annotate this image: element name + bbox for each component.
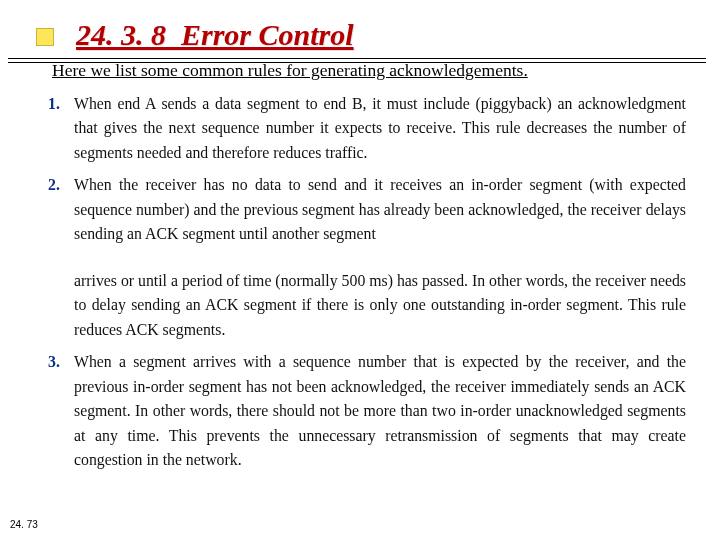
- paragraph-gap: [48, 255, 686, 269]
- item-number: 2.: [48, 173, 74, 246]
- item-body: When end A sends a data segment to end B…: [74, 92, 686, 165]
- item-body: When the receiver has no data to send an…: [74, 173, 686, 246]
- item-number: 1.: [48, 92, 74, 165]
- title-area: 24. 3. 8 Error Control: [0, 12, 720, 62]
- item-number-blank: [48, 269, 74, 342]
- title-label: Error Control: [181, 18, 354, 51]
- page-number: 24. 73: [10, 519, 38, 530]
- slide-title: 24. 3. 8 Error Control: [76, 18, 354, 52]
- list-item: 1. When end A sends a data segment to en…: [48, 92, 686, 165]
- section-number: 24. 3. 8: [76, 18, 166, 51]
- item-number: 3.: [48, 350, 74, 472]
- title-rule-top: [8, 58, 706, 59]
- intro-text: Here we list some common rules for gener…: [52, 60, 668, 81]
- list-item-continuation: arrives or until a period of time (norma…: [48, 269, 686, 342]
- slide: 24. 3. 8 Error Control Here we list some…: [0, 0, 720, 540]
- list-item: 2. When the receiver has no data to send…: [48, 173, 686, 246]
- item-body: When a segment arrives with a sequence n…: [74, 350, 686, 472]
- title-bullet-icon: [36, 28, 54, 46]
- list-item: 3. When a segment arrives with a sequenc…: [48, 350, 686, 472]
- item-body: arrives or until a period of time (norma…: [74, 269, 686, 342]
- rules-list: 1. When end A sends a data segment to en…: [48, 92, 686, 481]
